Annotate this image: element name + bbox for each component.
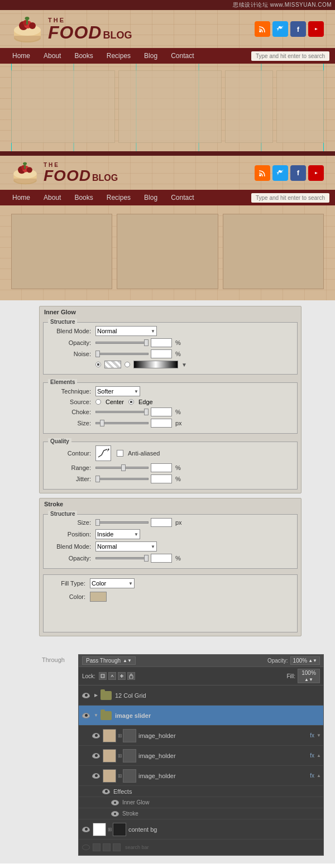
lock-move-btn[interactable] — [118, 672, 126, 680]
jitter-thumb[interactable] — [95, 476, 100, 482]
opacity-slider[interactable] — [95, 342, 149, 344]
stroke-opacity-unit: % — [175, 555, 181, 562]
fill-value[interactable]: 100% ▲▼ — [298, 669, 320, 683]
layer-vis-holder3[interactable] — [91, 771, 101, 781]
jitter-slider[interactable] — [95, 478, 149, 480]
layer-expand-image-slider[interactable]: ▼ — [93, 712, 99, 719]
noise-thumb[interactable] — [95, 351, 100, 357]
gradient-swatch[interactable] — [133, 361, 178, 368]
color-swatch[interactable] — [104, 361, 121, 368]
noise-slider[interactable] — [95, 353, 149, 355]
size-input[interactable]: 10 — [151, 419, 172, 428]
stroke-size-thumb[interactable] — [95, 519, 100, 526]
stroke-size-slider[interactable] — [95, 521, 149, 524]
layer-vis-content-bg[interactable] — [81, 824, 91, 835]
size-label-elements: Size: — [48, 420, 95, 426]
edge-radio[interactable] — [128, 399, 134, 405]
layer-fx-holder1[interactable]: fx — [310, 732, 314, 738]
inner-glow-panel: Inner Glow Structure Blend Mode: Normal … — [39, 306, 302, 493]
effects-row: Effects — [79, 786, 323, 797]
nav-about-1[interactable]: About — [37, 48, 68, 64]
youtube-icon-1[interactable] — [308, 21, 324, 37]
youtube-icon-2[interactable] — [308, 165, 324, 181]
size-thumb[interactable] — [100, 420, 104, 426]
stroke-opacity-slider[interactable] — [95, 557, 149, 559]
center-radio[interactable] — [95, 399, 101, 405]
layer-expand-12col[interactable]: ▶ — [93, 692, 99, 699]
choke-slider[interactable] — [95, 411, 149, 413]
effects-eye[interactable] — [101, 787, 111, 797]
nav-books-2[interactable]: Books — [68, 190, 99, 205]
layer-row-content-bg[interactable]: ⊞ content bg — [79, 819, 323, 840]
lock-all-btn[interactable] — [127, 672, 135, 680]
nav-blog-2[interactable]: Blog — [137, 190, 164, 205]
size-slider[interactable] — [95, 422, 149, 424]
layer-vis-holder2[interactable] — [91, 751, 101, 761]
layer-expand-holder3[interactable]: ▲ — [317, 773, 321, 778]
content-block-3 — [225, 70, 272, 143]
nav-blog-1[interactable]: Blog — [137, 48, 164, 64]
noise-input[interactable]: 0 — [151, 349, 172, 358]
twitter-icon-1[interactable] — [272, 21, 288, 37]
layer-fx-holder3[interactable]: fx — [310, 773, 314, 779]
opacity-thumb[interactable] — [144, 339, 149, 346]
layers-mode-row: Pass Through ▲▼ Opacity: 100% ▲▼ — [79, 655, 323, 667]
nav-contact-2[interactable]: Contact — [164, 190, 200, 205]
range-thumb[interactable] — [121, 464, 126, 471]
lock-pixels-btn[interactable] — [99, 672, 107, 680]
nav-about-2[interactable]: About — [37, 190, 68, 205]
lock-position-btn[interactable] — [108, 672, 116, 680]
gradient-radio[interactable] — [125, 362, 130, 367]
tool-3[interactable] — [113, 843, 121, 851]
nav-books-1[interactable]: Books — [68, 48, 99, 64]
nav-home-2[interactable]: Home — [6, 190, 37, 205]
tool-1[interactable] — [93, 843, 100, 851]
nav-home-1[interactable]: Home — [6, 48, 37, 64]
twitter-icon-2[interactable] — [272, 165, 288, 181]
fill-type-select[interactable]: Color ▼ — [90, 578, 135, 588]
range-slider[interactable] — [95, 467, 149, 469]
technique-select[interactable]: Softer ▼ — [95, 386, 140, 396]
stroke-size-input[interactable]: 1 — [151, 518, 172, 527]
stroke-blend-select[interactable]: Normal ▼ — [95, 541, 157, 552]
stroke-position-select[interactable]: Inside ▼ — [95, 529, 140, 539]
stroke-effect-row[interactable]: Stroke — [79, 808, 323, 819]
jitter-input[interactable]: 0 — [151, 474, 172, 483]
opacity-input[interactable]: 100 — [151, 338, 172, 347]
stroke-color-swatch[interactable] — [90, 592, 107, 602]
layer-vis-12col[interactable] — [81, 690, 91, 701]
layer-row-12col[interactable]: ▶ 12 Col Grid — [79, 685, 323, 706]
nav-recipes-2[interactable]: Recipes — [100, 190, 137, 205]
contour-thumbnail[interactable] — [95, 445, 111, 461]
tool-2[interactable] — [103, 843, 111, 851]
nav-recipes-1[interactable]: Recipes — [100, 48, 137, 64]
layer-vis-image-slider[interactable] — [81, 711, 91, 721]
search-input-1[interactable] — [251, 51, 329, 61]
rss-icon-2[interactable] — [255, 165, 270, 181]
choke-thumb[interactable] — [144, 409, 149, 415]
layer-expand-holder2[interactable]: ▲ — [317, 753, 321, 758]
color-radio[interactable] — [95, 362, 101, 367]
layer-vis-holder1[interactable] — [91, 731, 101, 741]
layer-row-image-slider[interactable]: ▼ image slider — [79, 706, 323, 726]
layer-expand-holder1[interactable]: ▼ — [317, 733, 321, 738]
rss-icon-1[interactable] — [255, 21, 270, 37]
layers-mode-select[interactable]: Pass Through ▲▼ — [82, 656, 136, 665]
facebook-icon-1[interactable]: f — [290, 21, 306, 37]
layer-fx-holder2[interactable]: fx — [310, 752, 314, 759]
facebook-icon-2[interactable]: f — [290, 165, 306, 181]
opacity-value-box[interactable]: 100% ▲▼ — [290, 656, 320, 665]
edge-label: Edge — [138, 399, 153, 405]
layer-row-holder1[interactable]: ⊞ image_holder fx ▼ — [79, 726, 323, 746]
layer-row-holder2[interactable]: ⊞ image_holder fx ▲ — [79, 746, 323, 766]
nav-contact-1[interactable]: Contact — [164, 48, 200, 64]
anti-aliased-checkbox[interactable] — [117, 450, 123, 457]
stroke-opacity-thumb[interactable] — [144, 555, 149, 562]
search-input-2[interactable] — [251, 193, 329, 203]
range-input[interactable]: 50 — [151, 463, 172, 472]
choke-input[interactable]: 100 — [151, 407, 172, 416]
blend-mode-select[interactable]: Normal ▼ — [95, 326, 157, 336]
stroke-opacity-input[interactable]: 100 — [151, 554, 172, 563]
inner-glow-effect-row[interactable]: Inner Glow — [79, 797, 323, 808]
layer-row-holder3[interactable]: ⊞ image_holder fx ▲ — [79, 766, 323, 786]
